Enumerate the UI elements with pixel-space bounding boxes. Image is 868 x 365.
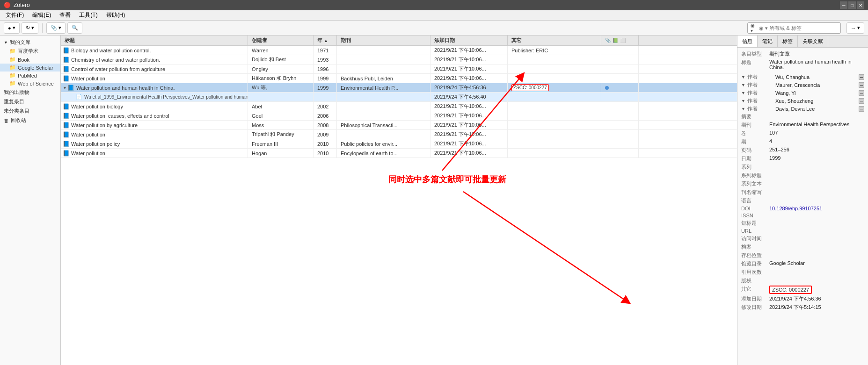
new-item-button[interactable]: ● ▾ — [4, 22, 20, 34]
minimize-button[interactable]: ─ — [840, 1, 847, 9]
window-controls: ─ □ ✕ — [840, 1, 864, 9]
sidebar-item-web-of-science[interactable]: 📁 Web of Science — [0, 79, 60, 87]
pages-value[interactable]: 251–256 — [769, 147, 864, 152]
author-row-4: ▼ 作者 Davis, Devra Lee ─ — [741, 105, 864, 112]
author-remove-0[interactable]: ─ — [859, 74, 864, 80]
field-archive: 档案 — [741, 243, 864, 250]
rights-label: 版权 — [741, 277, 769, 284]
col-header-year[interactable]: 年 ▲ — [314, 36, 337, 45]
sidebar-item-trash[interactable]: 🗑 回收站 — [0, 115, 60, 125]
tab-related[interactable]: 关联文献 — [798, 36, 828, 47]
col-header-title[interactable]: 标题 — [61, 36, 248, 45]
paperclip-icon: 📎 — [605, 38, 611, 43]
search-box[interactable]: ◉ ▾ — [747, 22, 841, 34]
author-remove-2[interactable]: ─ — [859, 90, 864, 96]
table-row[interactable]: 📘 Control of water pollution from agricu… — [61, 64, 737, 74]
col-header-other[interactable]: 其它 — [508, 36, 601, 45]
field-rights: 版权 — [741, 277, 864, 284]
col-title-label: 标题 — [65, 37, 75, 44]
book-icon: 📘 — [63, 131, 69, 138]
col-header-journal[interactable]: 期刊 — [337, 36, 430, 45]
other-value-badge[interactable]: ZSCC: 0000227 — [769, 286, 812, 294]
sidebar-item-duplicate[interactable]: 重复条目 — [0, 97, 60, 106]
cell-creator: Freeman III — [248, 139, 314, 148]
table-row[interactable]: ▼ 📘 Water pollution and human health in … — [61, 83, 737, 93]
author-remove-3[interactable]: ─ — [859, 98, 864, 104]
author-row-3: ▼ 作者 Xue, Shouzheng ─ — [741, 97, 864, 104]
tab-tags[interactable]: 标签 — [778, 36, 798, 47]
cell-adddate: 2021/9/21 下午10:06... — [430, 102, 508, 111]
sync-button[interactable]: ↻ ▾ — [22, 22, 38, 34]
author-expand-icon-2: ▼ — [741, 91, 745, 95]
author-value-0[interactable]: Wu, Changhua — [775, 74, 857, 80]
new-item-icon: ● — [8, 25, 11, 31]
book-icon: 📘 — [68, 85, 74, 91]
doi-value[interactable]: 10.1289/ehp.99107251 — [769, 206, 864, 211]
cell-journal — [337, 55, 430, 64]
cell-creator: Tripathi 和 Pandey — [248, 130, 314, 139]
cell-creator: Håkanson 和 Bryhn — [248, 74, 314, 83]
cell-adddate: 2021/9/21 下午10:06... — [430, 139, 508, 148]
menu-help[interactable]: 帮助(H) — [102, 10, 129, 20]
col-header-adddate[interactable]: 添加日期 — [430, 36, 508, 45]
table-row[interactable]: 📘 Biology and water pollution control. W… — [61, 46, 737, 55]
table-row[interactable]: 📘 Water pollution Hogan 2010 Encylopedia… — [61, 149, 737, 158]
cell-adddate: 2021/9/24 下午4:56:40 — [430, 93, 508, 101]
author-remove-4[interactable]: ─ — [859, 106, 864, 112]
table-row[interactable]: 📘 Water pollution policy Freeman III 201… — [61, 139, 737, 149]
locate-icon: 🔍 — [72, 25, 78, 31]
date-value[interactable]: 1999 — [769, 155, 864, 161]
locate-button[interactable]: 🔍 — [67, 22, 82, 34]
author-label-4: 作者 — [747, 105, 775, 112]
menu-tools[interactable]: 工具(T) — [75, 10, 101, 20]
book-icon: 📘 — [63, 66, 69, 72]
menu-edit[interactable]: 编辑(E) — [29, 10, 55, 20]
table-row[interactable]: 📘 Chemistry of water and water pollution… — [61, 55, 737, 64]
menu-file[interactable]: 文件(F) — [2, 10, 28, 20]
table-row[interactable]: 📘 Water pollution: causes, effects and c… — [61, 111, 737, 121]
cell-other — [508, 55, 601, 64]
volume-value[interactable]: 107 — [769, 130, 864, 136]
sidebar-baidu-label: 百度学术 — [18, 48, 38, 55]
maximize-button[interactable]: □ — [848, 1, 856, 9]
author-remove-1[interactable]: ─ — [859, 82, 864, 88]
tab-notes[interactable]: 笔记 — [758, 36, 778, 47]
table-row[interactable]: 📘 Water pollution by agriculture Moss 20… — [61, 121, 737, 130]
journal-value[interactable]: Environmental Health Perspectives — [769, 122, 864, 127]
sidebar-item-baidu[interactable]: 📁 百度学术 — [0, 47, 60, 56]
sidebar-item-my-library[interactable]: ▼ 我的文库 — [0, 37, 60, 47]
table-row[interactable]: 📄 Wu et al_1999_Environmental Health Per… — [61, 93, 737, 102]
sidebar-item-unfiled[interactable]: 未分类条目 — [0, 106, 60, 115]
menu-view[interactable]: 查看 — [56, 10, 74, 20]
table-body: 📘 Biology and water pollution control. W… — [61, 46, 737, 365]
author-value-1[interactable]: Maurer, Crescencia — [775, 82, 857, 88]
author-value-2[interactable]: Wang, Yi — [775, 90, 857, 96]
search-input[interactable] — [759, 25, 838, 31]
author-value-3[interactable]: Xue, Shouzheng — [775, 98, 857, 104]
sidebar-item-book[interactable]: 📁 Book — [0, 56, 60, 64]
attach-button[interactable]: 📎 ▾ — [46, 22, 66, 34]
table-row[interactable]: 📘 Water pollution biology Abel 2002 2021… — [61, 102, 737, 111]
catalog-value[interactable]: Google Scholar — [769, 260, 864, 266]
cell-journal: Encylopedia of earth to... — [337, 149, 430, 157]
folder-icon-book: 📁 — [9, 57, 16, 63]
title-value[interactable]: Water pollution and human health in Chin… — [769, 59, 864, 70]
table-row[interactable]: 📘 Water pollution Tripathi 和 Pandey 2009… — [61, 130, 737, 139]
close-button[interactable]: ✕ — [857, 1, 864, 9]
app-icon: 🔴 — [4, 2, 11, 8]
cell-year: 2010 — [314, 139, 337, 148]
col-header-creator[interactable]: 创建者 — [248, 36, 314, 45]
table-row[interactable]: 📘 Water pollution Håkanson 和 Bryhn 1999 … — [61, 74, 737, 83]
author-value-4[interactable]: Davis, Devra Lee — [775, 106, 857, 112]
author-label-0: 作者 — [747, 73, 775, 80]
action-button[interactable]: → ▾ — [846, 22, 864, 34]
issue-value[interactable]: 4 — [769, 138, 864, 144]
other-label: 其它 — [741, 286, 769, 293]
field-access-date: 访问时间 — [741, 235, 864, 242]
issn-label: ISSN — [741, 213, 769, 218]
sidebar-item-pubmed[interactable]: 📁 PubMed — [0, 72, 60, 79]
sidebar-item-google-scholar[interactable]: 📁 Google Scholar — [0, 64, 60, 72]
added-label: 添加日期 — [741, 295, 769, 302]
tab-info[interactable]: 信息 — [737, 36, 758, 47]
sidebar-item-my-publications[interactable]: 我的出版物 — [0, 87, 60, 97]
